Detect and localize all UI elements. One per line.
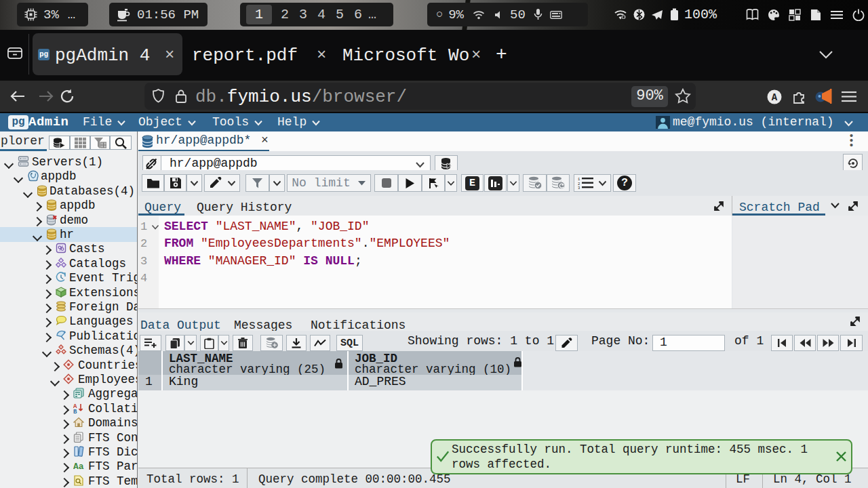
svg-text:3: 3 [578,186,580,189]
svg-text:B: B [73,409,77,413]
svg-text:Aa: Aa [73,462,84,472]
svg-text:A: A [772,92,778,103]
